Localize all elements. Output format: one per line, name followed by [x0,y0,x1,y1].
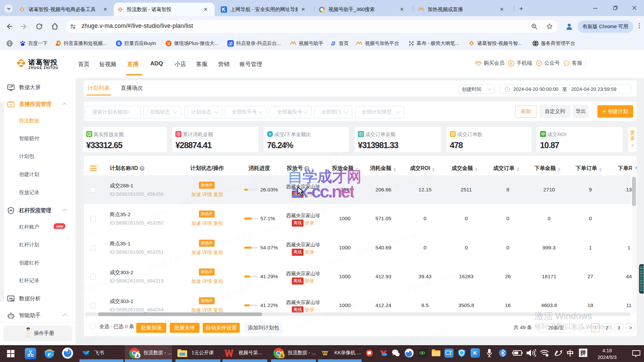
svg-text:S: S [510,61,512,65]
svg-text:B: B [117,41,120,46]
